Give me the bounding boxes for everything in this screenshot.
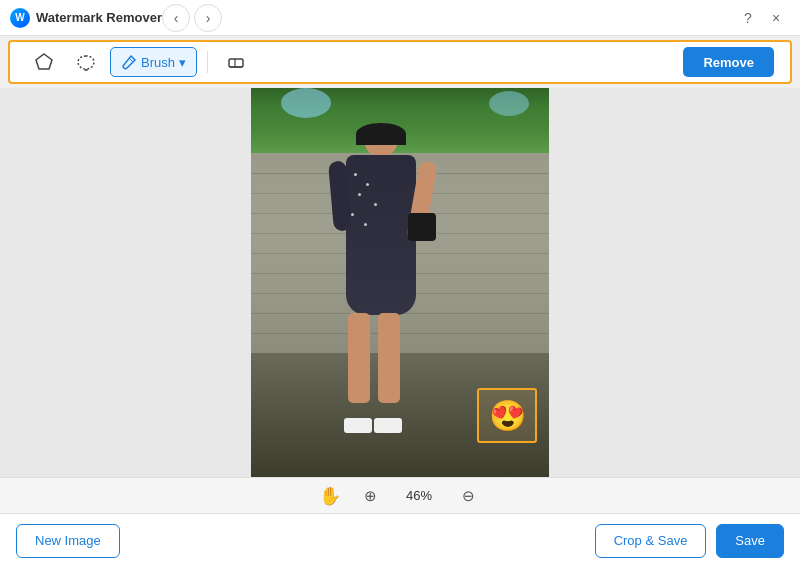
svg-marker-0 <box>36 54 52 69</box>
title-bar: W Watermark Remover ‹ › ? × <box>0 0 800 36</box>
brush-tool-button[interactable]: Brush ▾ <box>110 47 197 77</box>
brush-dropdown-icon: ▾ <box>179 55 186 70</box>
forward-icon: › <box>206 10 211 26</box>
bottom-bar: New Image Crop & Save Save <box>0 513 800 567</box>
close-button[interactable]: × <box>762 4 790 32</box>
app-logo: W Watermark Remover <box>10 8 162 28</box>
back-button[interactable]: ‹ <box>162 4 190 32</box>
close-icon: × <box>772 10 780 26</box>
crop-save-button[interactable]: Crop & Save <box>595 524 707 558</box>
zoom-in-icon: ⊕ <box>364 487 377 505</box>
status-bar: ✋ ⊕ 46% ⊖ <box>0 477 800 513</box>
lasso-tool-button[interactable] <box>68 47 104 77</box>
polygon-tool-button[interactable] <box>26 47 62 77</box>
svg-rect-2 <box>229 59 243 67</box>
person-figure <box>336 123 426 433</box>
app-title: Watermark Remover <box>36 10 162 25</box>
new-image-button[interactable]: New Image <box>16 524 120 558</box>
image-container: 😍 <box>251 88 549 477</box>
zoom-out-button[interactable]: ⊖ <box>455 483 481 509</box>
lasso-icon <box>77 53 95 71</box>
logo-char: W <box>15 12 24 23</box>
zoom-in-button[interactable]: ⊕ <box>357 483 383 509</box>
back-icon: ‹ <box>174 10 179 26</box>
hand-tool-icon[interactable]: ✋ <box>319 485 341 507</box>
zoom-level-label: 46% <box>399 488 439 503</box>
toolbar-divider-1 <box>207 51 208 73</box>
eraser-tool-button[interactable] <box>218 47 254 77</box>
polygon-icon <box>35 53 53 71</box>
watermark-selection-box[interactable]: 😍 <box>477 388 537 443</box>
eraser-icon <box>227 53 245 71</box>
photo-canvas[interactable]: 😍 <box>251 88 549 477</box>
help-icon: ? <box>744 10 752 26</box>
remove-button[interactable]: Remove <box>683 47 774 77</box>
brush-label: Brush <box>141 55 175 70</box>
app-logo-icon: W <box>10 8 30 28</box>
help-button[interactable]: ? <box>734 4 762 32</box>
svg-line-1 <box>129 58 133 62</box>
toolbar: Brush ▾ Remove <box>8 40 792 84</box>
zoom-out-icon: ⊖ <box>462 487 475 505</box>
watermark-emoji: 😍 <box>489 398 526 433</box>
save-button[interactable]: Save <box>716 524 784 558</box>
forward-button[interactable]: › <box>194 4 222 32</box>
brush-icon <box>121 54 137 70</box>
main-canvas-area: 😍 <box>0 88 800 477</box>
